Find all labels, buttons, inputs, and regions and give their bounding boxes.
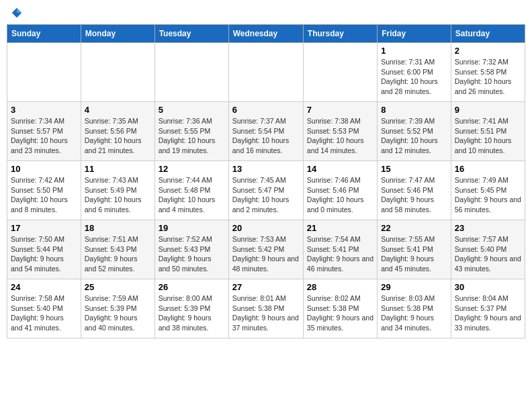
calendar-week-row: 3Sunrise: 7:34 AMSunset: 5:57 PMDaylight… bbox=[7, 102, 525, 161]
day-of-week-header: Saturday bbox=[451, 25, 525, 43]
calendar-header-row: SundayMondayTuesdayWednesdayThursdayFrid… bbox=[7, 25, 525, 43]
day-number: 4 bbox=[85, 105, 151, 115]
page-header bbox=[7, 7, 525, 19]
day-cell: 21Sunrise: 7:54 AMSunset: 5:41 PMDayligh… bbox=[303, 220, 377, 279]
calendar-table: SundayMondayTuesdayWednesdayThursdayFrid… bbox=[7, 24, 525, 338]
empty-day-cell bbox=[81, 43, 154, 102]
day-of-week-header: Friday bbox=[378, 25, 451, 43]
day-info: Sunrise: 8:02 AMSunset: 5:38 PMDaylight:… bbox=[307, 293, 373, 333]
day-cell: 20Sunrise: 7:53 AMSunset: 5:42 PMDayligh… bbox=[228, 220, 303, 279]
day-number: 23 bbox=[455, 223, 521, 233]
day-number: 27 bbox=[232, 282, 300, 292]
day-cell: 15Sunrise: 7:47 AMSunset: 5:46 PMDayligh… bbox=[378, 161, 451, 220]
day-number: 26 bbox=[159, 282, 225, 292]
day-cell: 14Sunrise: 7:46 AMSunset: 5:46 PMDayligh… bbox=[303, 161, 377, 220]
day-number: 8 bbox=[381, 105, 447, 115]
day-info: Sunrise: 7:37 AMSunset: 5:54 PMDaylight:… bbox=[232, 116, 300, 156]
day-info: Sunrise: 7:34 AMSunset: 5:57 PMDaylight:… bbox=[11, 116, 77, 156]
day-info: Sunrise: 7:36 AMSunset: 5:55 PMDaylight:… bbox=[159, 116, 225, 156]
day-of-week-header: Monday bbox=[81, 25, 154, 43]
day-number: 25 bbox=[85, 282, 151, 292]
day-number: 10 bbox=[11, 164, 77, 174]
day-info: Sunrise: 7:46 AMSunset: 5:46 PMDaylight:… bbox=[307, 175, 373, 215]
day-cell: 19Sunrise: 7:52 AMSunset: 5:43 PMDayligh… bbox=[154, 220, 228, 279]
day-cell: 16Sunrise: 7:49 AMSunset: 5:45 PMDayligh… bbox=[451, 161, 525, 220]
day-number: 20 bbox=[232, 223, 300, 233]
svg-marker-1 bbox=[17, 8, 21, 13]
day-info: Sunrise: 7:45 AMSunset: 5:47 PMDaylight:… bbox=[232, 175, 300, 215]
day-info: Sunrise: 7:47 AMSunset: 5:46 PMDaylight:… bbox=[381, 175, 447, 215]
day-cell: 9Sunrise: 7:41 AMSunset: 5:51 PMDaylight… bbox=[451, 102, 525, 161]
day-number: 15 bbox=[381, 164, 447, 174]
day-info: Sunrise: 7:49 AMSunset: 5:45 PMDaylight:… bbox=[455, 175, 521, 215]
logo bbox=[9, 7, 23, 19]
day-info: Sunrise: 7:43 AMSunset: 5:49 PMDaylight:… bbox=[85, 175, 151, 215]
day-cell: 11Sunrise: 7:43 AMSunset: 5:49 PMDayligh… bbox=[81, 161, 154, 220]
day-info: Sunrise: 7:50 AMSunset: 5:44 PMDaylight:… bbox=[11, 234, 77, 274]
day-of-week-header: Wednesday bbox=[228, 25, 303, 43]
day-number: 13 bbox=[232, 164, 300, 174]
day-cell: 7Sunrise: 7:38 AMSunset: 5:53 PMDaylight… bbox=[303, 102, 377, 161]
day-of-week-header: Tuesday bbox=[154, 25, 228, 43]
day-cell: 2Sunrise: 7:32 AMSunset: 5:58 PMDaylight… bbox=[451, 43, 525, 102]
day-info: Sunrise: 7:59 AMSunset: 5:39 PMDaylight:… bbox=[85, 293, 151, 333]
day-cell: 4Sunrise: 7:35 AMSunset: 5:56 PMDaylight… bbox=[81, 102, 154, 161]
calendar-week-row: 1Sunrise: 7:31 AMSunset: 6:00 PMDaylight… bbox=[7, 43, 525, 102]
day-cell: 8Sunrise: 7:39 AMSunset: 5:52 PMDaylight… bbox=[378, 102, 451, 161]
day-of-week-header: Thursday bbox=[303, 25, 377, 43]
day-cell: 5Sunrise: 7:36 AMSunset: 5:55 PMDaylight… bbox=[154, 102, 228, 161]
day-number: 16 bbox=[455, 164, 521, 174]
day-info: Sunrise: 7:41 AMSunset: 5:51 PMDaylight:… bbox=[455, 116, 521, 156]
day-info: Sunrise: 7:53 AMSunset: 5:42 PMDaylight:… bbox=[232, 234, 300, 274]
day-cell: 17Sunrise: 7:50 AMSunset: 5:44 PMDayligh… bbox=[7, 220, 81, 279]
calendar-week-row: 17Sunrise: 7:50 AMSunset: 5:44 PMDayligh… bbox=[7, 220, 525, 279]
day-number: 19 bbox=[159, 223, 225, 233]
day-cell: 24Sunrise: 7:58 AMSunset: 5:40 PMDayligh… bbox=[7, 279, 81, 338]
day-info: Sunrise: 8:03 AMSunset: 5:38 PMDaylight:… bbox=[381, 293, 447, 333]
day-number: 28 bbox=[307, 282, 373, 292]
day-cell: 25Sunrise: 7:59 AMSunset: 5:39 PMDayligh… bbox=[81, 279, 154, 338]
calendar-week-row: 10Sunrise: 7:42 AMSunset: 5:50 PMDayligh… bbox=[7, 161, 525, 220]
day-number: 14 bbox=[307, 164, 373, 174]
day-number: 5 bbox=[159, 105, 225, 115]
day-cell: 27Sunrise: 8:01 AMSunset: 5:38 PMDayligh… bbox=[228, 279, 303, 338]
day-cell: 26Sunrise: 8:00 AMSunset: 5:39 PMDayligh… bbox=[154, 279, 228, 338]
day-number: 18 bbox=[85, 223, 151, 233]
day-of-week-header: Sunday bbox=[7, 25, 81, 43]
calendar-week-row: 24Sunrise: 7:58 AMSunset: 5:40 PMDayligh… bbox=[7, 279, 525, 338]
day-number: 3 bbox=[11, 105, 77, 115]
day-cell: 18Sunrise: 7:51 AMSunset: 5:43 PMDayligh… bbox=[81, 220, 154, 279]
day-number: 11 bbox=[85, 164, 151, 174]
day-info: Sunrise: 7:51 AMSunset: 5:43 PMDaylight:… bbox=[85, 234, 151, 274]
day-cell: 23Sunrise: 7:57 AMSunset: 5:40 PMDayligh… bbox=[451, 220, 525, 279]
day-number: 24 bbox=[11, 282, 77, 292]
day-number: 30 bbox=[455, 282, 521, 292]
day-info: Sunrise: 7:42 AMSunset: 5:50 PMDaylight:… bbox=[11, 175, 77, 215]
day-info: Sunrise: 7:57 AMSunset: 5:40 PMDaylight:… bbox=[455, 234, 521, 274]
day-info: Sunrise: 7:44 AMSunset: 5:48 PMDaylight:… bbox=[159, 175, 225, 215]
day-info: Sunrise: 7:35 AMSunset: 5:56 PMDaylight:… bbox=[85, 116, 151, 156]
day-info: Sunrise: 7:31 AMSunset: 6:00 PMDaylight:… bbox=[381, 57, 447, 97]
day-info: Sunrise: 7:39 AMSunset: 5:52 PMDaylight:… bbox=[381, 116, 447, 156]
day-number: 12 bbox=[159, 164, 225, 174]
day-cell: 29Sunrise: 8:03 AMSunset: 5:38 PMDayligh… bbox=[378, 279, 451, 338]
day-cell: 30Sunrise: 8:04 AMSunset: 5:37 PMDayligh… bbox=[451, 279, 525, 338]
day-number: 21 bbox=[307, 223, 373, 233]
day-number: 1 bbox=[381, 46, 447, 56]
day-number: 6 bbox=[232, 105, 300, 115]
day-info: Sunrise: 8:04 AMSunset: 5:37 PMDaylight:… bbox=[455, 293, 521, 333]
day-cell: 13Sunrise: 7:45 AMSunset: 5:47 PMDayligh… bbox=[228, 161, 303, 220]
day-number: 9 bbox=[455, 105, 521, 115]
day-cell: 10Sunrise: 7:42 AMSunset: 5:50 PMDayligh… bbox=[7, 161, 81, 220]
day-cell: 28Sunrise: 8:02 AMSunset: 5:38 PMDayligh… bbox=[303, 279, 377, 338]
day-info: Sunrise: 7:32 AMSunset: 5:58 PMDaylight:… bbox=[455, 57, 521, 97]
day-number: 7 bbox=[307, 105, 373, 115]
day-info: Sunrise: 7:52 AMSunset: 5:43 PMDaylight:… bbox=[159, 234, 225, 274]
day-number: 2 bbox=[455, 46, 521, 56]
empty-day-cell bbox=[154, 43, 228, 102]
day-cell: 3Sunrise: 7:34 AMSunset: 5:57 PMDaylight… bbox=[7, 102, 81, 161]
day-info: Sunrise: 7:38 AMSunset: 5:53 PMDaylight:… bbox=[307, 116, 373, 156]
day-cell: 1Sunrise: 7:31 AMSunset: 6:00 PMDaylight… bbox=[378, 43, 451, 102]
day-cell: 12Sunrise: 7:44 AMSunset: 5:48 PMDayligh… bbox=[154, 161, 228, 220]
day-info: Sunrise: 8:00 AMSunset: 5:39 PMDaylight:… bbox=[159, 293, 225, 333]
